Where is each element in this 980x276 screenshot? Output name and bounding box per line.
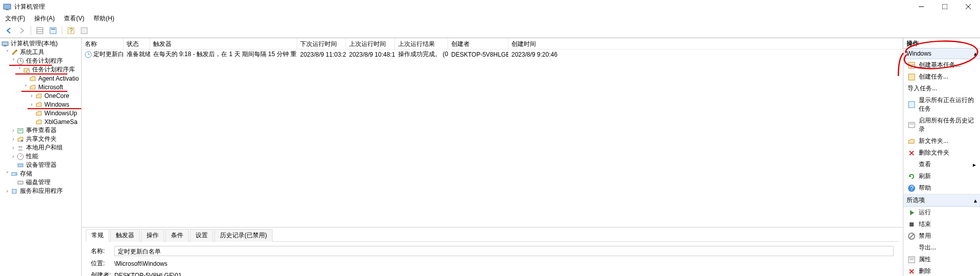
- tab-conditions[interactable]: 条件: [165, 229, 189, 242]
- col-author[interactable]: 创建者: [448, 38, 508, 49]
- svg-rect-35: [909, 102, 915, 108]
- col-lastresult[interactable]: 上次运行结果: [395, 38, 448, 49]
- title-bar: 计算机管理: [0, 0, 980, 13]
- action-delete-folder[interactable]: 删除文件夹: [903, 147, 980, 159]
- help-button[interactable]: ?: [65, 25, 77, 36]
- tree-system-tools[interactable]: ˅ 系统工具: [0, 48, 81, 57]
- action-show-running[interactable]: 显示所有正在运行的任务: [903, 94, 980, 115]
- tree-windowsup[interactable]: WindowsUp: [0, 109, 81, 117]
- detail-author-value: DESKTOP-5V8HLGE\01: [114, 272, 182, 277]
- svg-rect-34: [909, 74, 915, 80]
- toolbar-extra-button[interactable]: [79, 25, 90, 36]
- minimize-button[interactable]: [910, 0, 933, 13]
- detail-loc-value: \Microsoft\Windows: [114, 260, 167, 267]
- users-icon: [16, 144, 24, 152]
- tree-task-scheduler[interactable]: ˅ 任务计划程序: [0, 57, 81, 65]
- action-new-folder[interactable]: 新文件夹...: [903, 135, 980, 147]
- center-pane: 名称 状态 触发器 下次运行时间 上次运行时间 上次运行结果 创建者 创建时间 …: [82, 38, 903, 276]
- window-title: 计算机管理: [14, 3, 45, 11]
- svg-point-16: [15, 49, 17, 52]
- tree-disk-management[interactable]: 磁盘管理: [0, 178, 81, 187]
- action-help[interactable]: ? 帮助: [903, 182, 980, 194]
- tree-agent-activation[interactable]: Agent Activatio: [0, 74, 81, 83]
- tree-local-users[interactable]: › 本地用户和组: [0, 143, 81, 152]
- action-create-task[interactable]: 创建任务...: [903, 71, 980, 83]
- svg-rect-30: [12, 189, 16, 193]
- tree-device-manager[interactable]: 设备管理器: [0, 161, 81, 169]
- back-button[interactable]: [3, 25, 14, 36]
- device-icon: [16, 161, 24, 169]
- app-icon: [3, 3, 11, 11]
- list-header: 名称 状态 触发器 下次运行时间 上次运行时间 上次运行结果 创建者 创建时间: [82, 38, 903, 49]
- tree-root[interactable]: 计算机管理(本地): [0, 39, 81, 48]
- action-disable[interactable]: 禁用: [903, 230, 980, 242]
- svg-rect-14: [2, 42, 8, 45]
- action-delete[interactable]: 删除: [903, 265, 980, 276]
- task-basic-icon: [908, 61, 916, 69]
- svg-rect-0: [4, 4, 11, 9]
- action-refresh[interactable]: 刷新: [903, 170, 980, 182]
- menu-bar: 文件(F) 操作(A) 查看(V) 帮助(H): [0, 13, 980, 23]
- menu-file[interactable]: 文件(F): [3, 13, 27, 24]
- svg-text:?: ?: [910, 185, 914, 192]
- action-view[interactable]: 查看 ▸: [903, 159, 980, 170]
- tree-task-library[interactable]: ˅ 任务计划程序库: [0, 65, 81, 74]
- tree-onecore[interactable]: › OneCore: [0, 91, 81, 100]
- tools-icon: [10, 48, 18, 57]
- chevron-right-icon: ▸: [973, 161, 976, 168]
- action-create-basic-task[interactable]: 创建基本任务...: [903, 59, 980, 71]
- menu-action[interactable]: 操作(A): [32, 13, 57, 24]
- section-header-selected[interactable]: 所选项 ▴: [903, 194, 980, 207]
- tree-shared-folders[interactable]: › 共享文件夹: [0, 135, 81, 143]
- storage-icon: [10, 170, 18, 178]
- col-status[interactable]: 状态: [124, 38, 150, 49]
- tab-settings[interactable]: 设置: [190, 229, 213, 242]
- tree-performance[interactable]: › 性能: [0, 152, 81, 161]
- tree-windows[interactable]: › Windows: [0, 100, 81, 109]
- disable-icon: [908, 232, 916, 240]
- col-lastrun[interactable]: 上次运行时间: [346, 38, 395, 49]
- tab-actions[interactable]: 操作: [141, 229, 164, 242]
- col-trigger[interactable]: 触发器: [150, 38, 297, 49]
- running-icon: [908, 101, 916, 109]
- perf-icon: [16, 153, 24, 161]
- folder-icon: [29, 74, 37, 83]
- folder-icon: [29, 83, 37, 91]
- tree-xblgamesa[interactable]: XblGameSa: [0, 117, 81, 126]
- close-button[interactable]: [957, 0, 980, 13]
- col-name[interactable]: 名称: [82, 38, 124, 49]
- col-nextrun[interactable]: 下次运行时间: [297, 38, 346, 49]
- properties-button[interactable]: [47, 25, 59, 36]
- action-run[interactable]: 运行: [903, 207, 980, 218]
- col-created[interactable]: 创建时间: [508, 38, 903, 49]
- folder-icon: [35, 109, 43, 117]
- svg-rect-26: [18, 164, 23, 167]
- action-enable-history[interactable]: 启用所有任务历史记录: [903, 115, 980, 135]
- table-row[interactable]: 定时更新白... 准备就绪 在每天的 9:18 - 触发后，在 1 天 期间每隔…: [82, 49, 903, 59]
- tab-general[interactable]: 常规: [86, 229, 109, 242]
- actions-pane: 操作 Windows ▴ 创建基本任务... 创建任务... 导入任务... 显…: [903, 38, 980, 276]
- menu-help[interactable]: 帮助(H): [91, 13, 116, 24]
- menu-view[interactable]: 查看(V): [62, 13, 86, 24]
- collapse-icon: ▴: [974, 50, 977, 57]
- action-export[interactable]: 导出...: [903, 242, 980, 254]
- section-header-windows[interactable]: Windows ▴: [903, 48, 980, 59]
- folder-new-icon: [908, 137, 916, 145]
- tree-services-apps[interactable]: › 服务和应用程序: [0, 187, 81, 195]
- tab-triggers[interactable]: 触发器: [110, 229, 140, 242]
- action-import-task[interactable]: 导入任务...: [903, 83, 980, 94]
- refresh-icon: [908, 172, 916, 181]
- show-hide-tree-button[interactable]: [34, 25, 45, 36]
- tree-event-viewer[interactable]: › 事件查看器: [0, 126, 81, 135]
- maximize-button[interactable]: [933, 0, 957, 13]
- svg-rect-1: [6, 9, 9, 10]
- tree-microsoft[interactable]: ˅ Microsoft: [0, 83, 81, 91]
- action-end[interactable]: 结束: [903, 218, 980, 230]
- action-properties[interactable]: 属性: [903, 254, 980, 265]
- svg-text:?: ?: [69, 27, 73, 34]
- svg-rect-36: [909, 122, 915, 128]
- tab-history[interactable]: 历史记录(已禁用): [214, 229, 273, 242]
- forward-button[interactable]: [16, 25, 28, 36]
- svg-rect-3: [942, 4, 947, 9]
- tree-storage[interactable]: ˅ 存储: [0, 169, 81, 178]
